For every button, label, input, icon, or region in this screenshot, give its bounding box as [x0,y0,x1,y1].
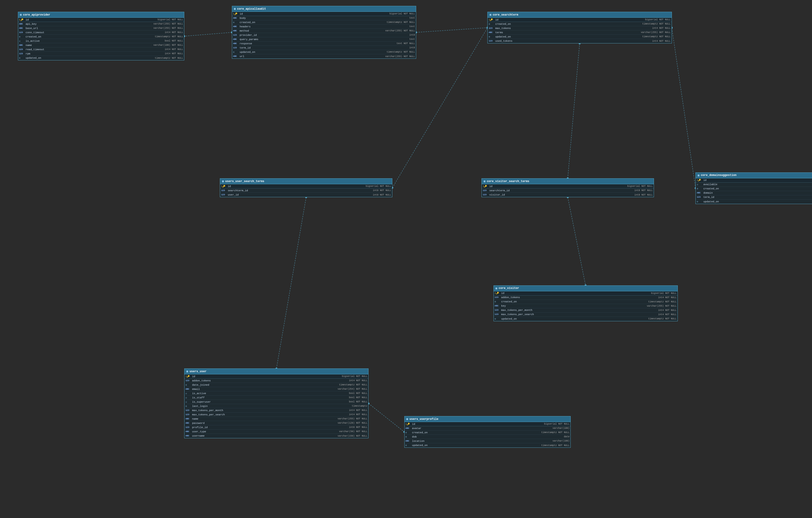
table-row: ABCbase_urlvarchar(255) NOT NULL [18,26,184,30]
table-header-core_apiprovider: ▦core_apiprovider [18,12,184,18]
table-row: ☑is_activebool NOT NULL [18,39,184,43]
row-type: bigserial NOT NULL [366,185,391,188]
abc-icon: ABC [233,30,237,32]
row-type: bool NOT NULL [349,401,367,403]
row-type: int4 NOT NULL [652,27,671,29]
row-icon: 123 [19,53,26,55]
row-icon: 123 [185,426,192,429]
row-icon: ABC [406,440,412,442]
table-row: 123max_tokens_per_monthint4 NOT NULL [494,308,677,313]
row-type: varchar(255) NOT NULL [647,305,676,307]
table-row: 1🔑idbigserial NOT NULL [18,18,184,22]
table-title: core_searchterm [493,13,518,17]
abc-icon: ABC [19,44,23,47]
row-type: varchar(255) NOT NULL [385,55,415,58]
row-icon: 1🔑 [185,375,192,378]
table-title: users_userprofile [409,418,438,421]
row-name: base_url [26,27,153,30]
row-icon: ABC [233,30,240,32]
num-icon: 123 [233,34,237,36]
table-row: ⊙created_ontimestamptz NOT NULL [18,35,184,39]
clock-icon: ⊙ [495,300,496,303]
table-title: core_visitor_search_terms [487,180,529,183]
table-row: 1🔑idbigserial NOT NULL [494,291,677,295]
num-icon: 123 [19,31,23,34]
num-icon: 123 [19,53,23,55]
table-row: 1🔑idbigserial NOT NULL [405,422,571,426]
row-name: is_active [26,40,165,42]
row-name: avatar [412,427,553,430]
row-name: response [240,42,397,45]
table-header-core_visitor: ▦core_visitor [494,286,677,291]
table-row: ABCpasswordvarchar(128) NOT NULL [184,421,368,425]
row-name: method [240,29,385,32]
table-core_visitor: ▦core_visitor1🔑idbigserial NOT NULL123ad… [494,285,678,321]
row-icon: 123 [697,196,703,198]
row-name: created_on [26,35,155,38]
pk-icon: 1🔑 [406,423,410,426]
table-row: ⊙updated_ontimestamptz NOT NULL [696,200,812,204]
row-name: url [240,55,385,58]
bool-icon: ☑ [697,183,698,186]
row-type: timestamptz NOT NULL [541,431,570,434]
row-icon: 123 [483,194,489,196]
row-name: created_on [703,187,812,190]
row-name: is_superuser [192,401,349,403]
table-core_apicallaudit: ▦core_apicallaudit1🔑idbigserial NOT NULL… [232,6,416,59]
row-icon: ABC [19,23,26,25]
row-icon: 123 [19,31,26,34]
row-icon: 123 [489,27,495,29]
pk-icon: 1🔑 [19,19,23,21]
row-type: bigserial NOT NULL [645,19,671,21]
abc-icon: ABC [495,305,498,307]
row-type: text [409,38,415,40]
table-users_user_search_terms: ▦users_user_search_terms1🔑idbigserial NO… [220,178,392,197]
db-canvas: ▦core_apiprovider1🔑idbigserial NOT NULLA… [0,0,812,518]
pk-icon: 1🔑 [185,375,190,378]
clock-icon: ⊙ [233,51,234,54]
table-row: 1🔑idbigserial NOT NULL [696,178,812,182]
row-icon: 1🔑 [483,185,489,188]
abc-icon: ABC [185,418,189,420]
table-icon: ▦ [222,179,224,183]
row-name: key [501,305,647,307]
row-icon: ABC [185,422,192,424]
row-name: addon_tokens [192,379,349,382]
row-name: provider_id [240,34,409,36]
row-type: timestamptz NOT NULL [648,300,676,303]
row-type: varchar(50) NOT NULL [339,430,367,433]
table-row: 1🔑idbigserial NOT NULL [220,184,392,189]
clock-icon: ⊙ [233,21,234,24]
row-icon: ABC [185,388,192,391]
row-name: updated_on [495,35,642,38]
row-type: varchar(150) NOT NULL [338,435,367,437]
row-name: read_timeout [26,48,165,51]
row-icon: ⊙ [185,383,192,386]
abc-icon: ABC [406,440,409,442]
table-row: 123user_idint8 NOT NULL [220,193,392,197]
svg-line-15 [568,197,586,285]
row-type: int4 NOT NULL [165,52,183,55]
row-type: int4 NOT NULL [349,413,367,416]
table-row: 123conn_timeoutint4 NOT NULL [18,30,184,35]
table-header-core_visitor_search_terms: ▦core_visitor_search_terms [482,178,654,184]
num-icon: 123 [483,194,487,196]
abc-icon: ABC [233,38,237,40]
row-icon: ⊙ [489,23,495,26]
row-icon: 1🔑 [233,12,240,15]
num-icon: 123 [495,296,498,299]
table-header-users_user: ▦users_user [184,369,368,374]
row-name: id [703,179,812,182]
num-icon: 123 [185,379,189,382]
row-type: timestamptz NOT NULL [541,444,570,447]
row-type: int4 NOT NULL [658,296,676,299]
table-title: users_user_search_terms [225,180,264,183]
row-name: id [412,423,544,426]
abc-icon: ABC [697,192,700,194]
table-row: ⊙dobdate [405,435,571,439]
row-name: username [192,434,338,437]
row-name: term_id [703,196,812,199]
row-type: int4 NOT NULL [165,48,183,51]
row-type: int8 [409,34,415,36]
row-name: created_on [412,431,542,434]
